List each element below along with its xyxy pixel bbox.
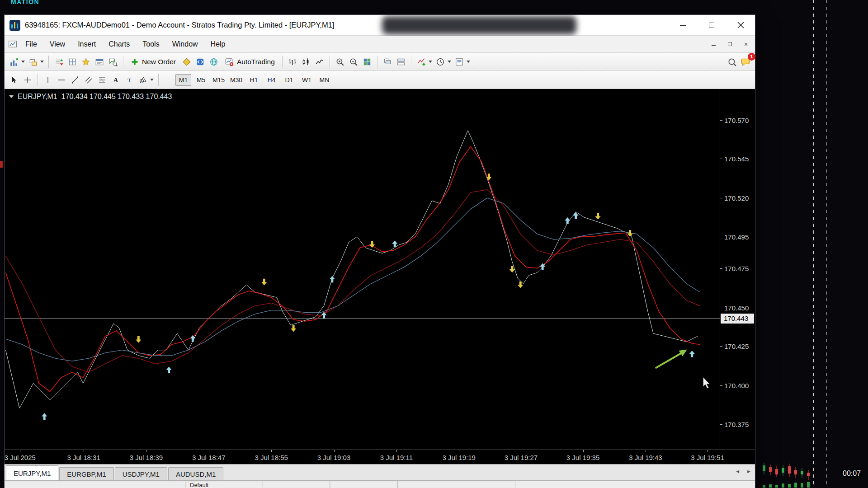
toolbar-separator [158, 74, 159, 86]
symbol-name: EURJPY,M1 [18, 93, 57, 101]
notification-badge: 1 [748, 53, 755, 61]
data-window-button[interactable] [66, 55, 79, 69]
chart-tab-eurjpy-m1[interactable]: EURJPY,M1 [6, 465, 58, 480]
chart-window-icon[interactable] [8, 40, 17, 49]
profiles-button[interactable] [26, 55, 40, 69]
bar-chart-button[interactable] [286, 55, 299, 69]
cursor-tool-button[interactable] [7, 73, 21, 87]
cascade-windows-button[interactable] [381, 55, 394, 69]
timeframe-group: M1M5M15M30H1H4D1W1MN [175, 74, 333, 86]
navigator-button[interactable] [79, 55, 93, 69]
annotation-arrow [656, 353, 681, 368]
profiles-icon [28, 57, 38, 66]
timeframe-w1[interactable]: W1 [299, 74, 315, 86]
chevron-down-icon[interactable] [467, 61, 470, 63]
child-close-button[interactable]: × [741, 40, 750, 48]
menu-window[interactable]: Window [166, 36, 204, 53]
new-order-label: New Order [142, 58, 176, 66]
text-label-tool-button[interactable]: T [123, 73, 136, 87]
tab-scroll-left-icon[interactable]: ◄ [735, 469, 740, 474]
one-click-collapse-icon[interactable] [9, 95, 14, 98]
timeframe-h4[interactable]: H4 [264, 74, 279, 86]
toolbar-standard: New Order AutoTrading [5, 53, 755, 71]
line-chart-button[interactable] [313, 55, 326, 69]
price-axis[interactable]: 170.570170.545170.520170.495170.475170.4… [720, 89, 755, 450]
equidistant-channel-tool-button[interactable] [82, 73, 95, 87]
tab-scroll-buttons: ◄ ► [735, 469, 751, 474]
webterminal-button[interactable] [207, 55, 221, 69]
time-tick-label: 3 Jul 18:47 [182, 454, 236, 461]
time-tick-label: 3 Jul 19:03 [307, 454, 361, 461]
periods-button[interactable] [434, 55, 447, 69]
zoom-in-button[interactable] [333, 55, 347, 69]
price-tick-label: 170.450 [724, 304, 749, 312]
autotrading-button[interactable]: AutoTrading [221, 55, 279, 69]
minimize-button[interactable] [668, 15, 697, 35]
trendline-tool-button[interactable] [68, 73, 82, 87]
child-restore-button[interactable] [725, 40, 734, 48]
text-tool-button[interactable]: A [109, 73, 123, 87]
notifications-button[interactable]: 1 [739, 55, 752, 69]
series-ma_blue [5, 198, 699, 361]
menu-tools[interactable]: Tools [136, 36, 165, 53]
equidistant-channel-icon [85, 76, 93, 84]
timeframe-m5[interactable]: M5 [193, 74, 209, 86]
new-order-button[interactable]: New Order [127, 55, 180, 69]
status-cell-2 [262, 481, 330, 488]
backdrop-dashed-line [813, 0, 814, 488]
fibonacci-icon [98, 76, 106, 84]
shapes-tool-button[interactable] [136, 73, 150, 87]
timeframe-m1[interactable]: M1 [175, 74, 191, 86]
tab-scroll-right-icon[interactable]: ► [746, 469, 751, 474]
market-tag-button[interactable] [180, 55, 193, 69]
chevron-down-icon[interactable] [21, 61, 25, 63]
metaeditor-button[interactable] [193, 55, 207, 69]
chevron-down-icon[interactable] [40, 61, 44, 63]
tile-windows-button[interactable] [360, 55, 374, 69]
horizontal-line-tool-button[interactable] [55, 73, 68, 87]
candlestick-chart-button[interactable] [299, 55, 313, 69]
timeframe-m15[interactable]: M15 [211, 74, 226, 86]
menu-insert[interactable]: Insert [71, 36, 102, 53]
close-icon [737, 22, 744, 28]
indicators-button[interactable] [415, 55, 428, 69]
chart-tab-audusd-m1[interactable]: AUDUSD,M1 [168, 467, 223, 480]
series-ma_fast_red [5, 146, 699, 391]
timeframe-d1[interactable]: D1 [281, 74, 297, 86]
menu-view[interactable]: View [43, 36, 71, 53]
strategy-tester-button[interactable] [106, 55, 120, 69]
menu-help[interactable]: Help [204, 36, 232, 53]
timeframe-h1[interactable]: H1 [246, 74, 262, 86]
crosshair-tool-button[interactable] [21, 73, 34, 87]
minimize-icon [680, 25, 686, 26]
toolbar-separator [330, 56, 330, 68]
close-button[interactable] [726, 15, 755, 35]
autotrading-icon [225, 57, 234, 66]
menu-file[interactable]: File [19, 36, 43, 53]
annotation-arrow-head [679, 349, 687, 356]
chevron-down-icon[interactable] [448, 61, 451, 63]
zoom-out-button[interactable] [347, 55, 360, 69]
maximize-button[interactable] [697, 15, 726, 35]
price-chart[interactable]: EURJPY,M1 170.434 170.445 170.433 170.44… [5, 89, 720, 450]
market-watch-button[interactable] [52, 55, 66, 69]
timeframe-mn[interactable]: MN [316, 74, 332, 86]
time-axis[interactable]: 3 Jul 20253 Jul 18:313 Jul 18:393 Jul 18… [5, 450, 755, 464]
templates-button[interactable] [453, 55, 466, 69]
tile-horizontal-button[interactable] [394, 55, 408, 69]
child-minimize-button[interactable] [709, 40, 718, 48]
terminal-button[interactable] [93, 55, 106, 69]
chart-tab-usdjpy-m1[interactable]: USDJPY,M1 [115, 467, 167, 480]
chevron-down-icon[interactable] [429, 61, 432, 63]
time-tick-label: 3 Jul 19:51 [680, 454, 735, 461]
new-chart-button[interactable] [7, 55, 21, 69]
chevron-down-icon[interactable] [150, 79, 154, 81]
search-button[interactable] [725, 55, 739, 69]
fibonacci-tool-button[interactable] [95, 73, 109, 87]
svg-text:A: A [113, 77, 118, 84]
vertical-line-tool-button[interactable] [41, 73, 55, 87]
menu-charts[interactable]: Charts [102, 36, 136, 53]
chart-tab-eurgbp-m1[interactable]: EURGBP,M1 [59, 467, 113, 480]
timeframe-m30[interactable]: M30 [228, 74, 244, 86]
title-bar[interactable]: 63948165: FXCM-AUDDemo01 - Demo Account … [5, 15, 755, 36]
